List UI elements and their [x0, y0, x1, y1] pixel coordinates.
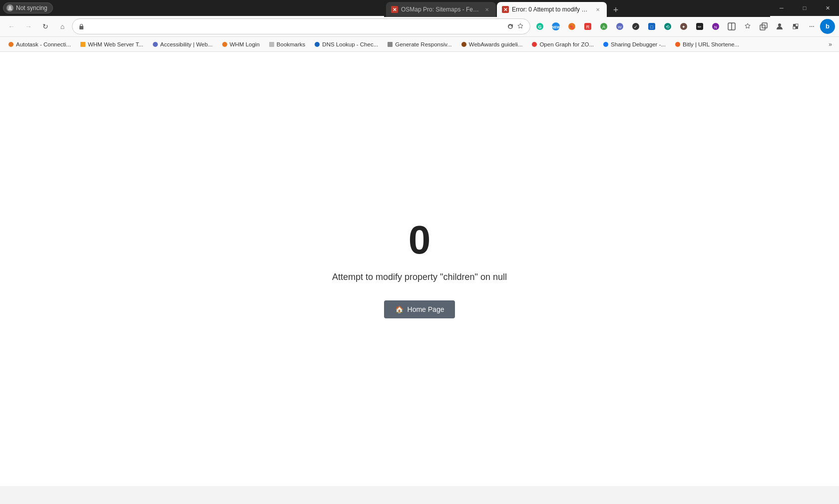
svg-point-39: [8, 42, 13, 47]
bookmark-label-bookmarks: Bookmarks: [277, 41, 306, 47]
bookmarks-more-button[interactable]: »: [826, 40, 835, 49]
back-button[interactable]: ←: [4, 19, 19, 34]
star-collection-icon[interactable]: [740, 19, 755, 34]
bookmark-autotask[interactable]: Autotask - Connecti...: [4, 38, 75, 50]
collections-icon[interactable]: [756, 19, 771, 34]
bookmark-favicon-whm-login: [222, 41, 228, 47]
error-code: 0: [409, 220, 431, 260]
bookmark-favicon-autotask: [8, 41, 14, 47]
tab-close-osmap[interactable]: ✕: [483, 5, 491, 13]
svg-text:✕: ✕: [503, 7, 507, 12]
refresh-button[interactable]: ↻: [38, 19, 53, 34]
bookmark-favicon-dns: [314, 41, 320, 47]
page-content: 0 Attempt to modify property "children" …: [0, 52, 839, 486]
profile-button[interactable]: Not syncing: [3, 2, 53, 13]
bookmark-sharing[interactable]: Sharing Debugger -...: [599, 38, 670, 50]
error-message: Attempt to modify property "children" on…: [332, 272, 507, 282]
svg-point-41: [153, 42, 158, 47]
bookmarks-bar: Autotask - Connecti... WHM Web Server T.…: [0, 37, 839, 52]
ext-icon-5[interactable]: ✓: [628, 19, 643, 34]
home-nav-button[interactable]: ⌂: [55, 19, 70, 34]
tab-close-error[interactable]: ✕: [594, 5, 602, 13]
bookmark-bookmarks[interactable]: Bookmarks: [265, 38, 310, 50]
bookmark-favicon-acc: [152, 41, 158, 47]
svg-point-42: [222, 42, 227, 47]
profile-toolbar-icon[interactable]: [772, 19, 787, 34]
ext-icon-7[interactable]: ⟲: [660, 19, 675, 34]
bookmark-favicon-whm: [80, 41, 86, 47]
bookmark-favicon-webawards: [461, 41, 467, 47]
tab-label-error: Error: 0 Attempt to modify prope...: [512, 6, 591, 13]
home-icon: 🏠: [395, 305, 404, 313]
svg-point-44: [315, 42, 320, 47]
maximize-button[interactable]: □: [793, 0, 816, 16]
toolbar: ← → ↻ ⌂ G NEW 🔖 R A W ✓: [0, 16, 839, 37]
title-bar: Not syncing ✕ OSMap Pro: Sitemaps - Fetc…: [0, 0, 839, 16]
svg-rect-45: [388, 42, 393, 47]
svg-point-48: [603, 42, 608, 47]
grammarly-icon[interactable]: G: [532, 19, 547, 34]
tab-favicon-error: ✕: [502, 6, 509, 13]
bookmark-favicon-bitly: [675, 41, 681, 47]
close-button[interactable]: ✕: [816, 0, 839, 16]
svg-text:N: N: [714, 25, 717, 29]
tab-label-osmap: OSMap Pro: Sitemaps - Fetching...: [401, 6, 480, 13]
svg-rect-36: [796, 26, 798, 29]
add-tab-button[interactable]: +: [609, 3, 623, 17]
forward-button[interactable]: →: [21, 19, 36, 34]
bookmark-whm-login[interactable]: WHM Login: [218, 38, 264, 50]
bookmark-acc[interactable]: Accessibility | Web...: [148, 38, 217, 50]
svg-point-34: [778, 23, 781, 26]
ext-icon-4[interactable]: W: [612, 19, 627, 34]
new-badge-icon[interactable]: NEW: [548, 19, 563, 34]
bookmark-whm[interactable]: WHM Web Server T...: [76, 38, 147, 50]
tab-osmap[interactable]: ✕ OSMap Pro: Sitemaps - Fetching... ✕: [386, 2, 496, 17]
svg-rect-37: [796, 24, 798, 26]
ext-icon-6[interactable]: □: [644, 19, 659, 34]
svg-rect-32: [760, 25, 765, 30]
address-bar[interactable]: [72, 18, 530, 34]
ext-icon-3[interactable]: A: [596, 19, 611, 34]
bookmark-favicon-opengraph: [531, 41, 537, 47]
tab-favicon-osmap: ✕: [391, 6, 398, 13]
bookmark-dns[interactable]: DNS Lookup - Chec...: [310, 38, 382, 50]
svg-rect-43: [269, 42, 274, 47]
bookmark-favicon-bookmarks: [269, 41, 275, 47]
address-input[interactable]: [87, 22, 504, 30]
ext-icon-1[interactable]: 🔖: [564, 19, 579, 34]
split-screen-icon[interactable]: [724, 19, 739, 34]
home-page-label: Home Page: [408, 305, 444, 313]
bookmark-responsive[interactable]: Generate Responsiv...: [383, 38, 456, 50]
bookmark-label-whm-login: WHM Login: [230, 41, 260, 47]
bookmark-label-whm: WHM Web Server T...: [88, 41, 143, 47]
svg-text:✏: ✏: [698, 24, 702, 29]
ext-icon-9[interactable]: N: [708, 19, 723, 34]
ext-icon-pencil[interactable]: ✏: [692, 19, 707, 34]
home-page-button[interactable]: 🏠 Home Page: [384, 300, 455, 318]
toolbar-icons: G NEW 🔖 R A W ✓ □ ⟲ ✦ ✏: [532, 19, 835, 34]
profile-icon: [6, 4, 13, 11]
tab-error[interactable]: ✕ Error: 0 Attempt to modify prope... ✕: [497, 2, 607, 17]
bookmark-label-dns: DNS Lookup - Chec...: [322, 41, 378, 47]
bookmark-webawards[interactable]: WebAwards guideli...: [457, 38, 527, 50]
extensions-icon[interactable]: [788, 19, 803, 34]
bookmark-label-acc: Accessibility | Web...: [160, 41, 213, 47]
svg-text:✦: ✦: [682, 24, 686, 29]
bookmark-label-webawards: WebAwards guideli...: [469, 41, 523, 47]
bookmark-opengraph[interactable]: Open Graph for ZO...: [527, 38, 598, 50]
bookmark-label-sharing: Sharing Debugger -...: [611, 41, 666, 47]
favorites-icon[interactable]: [517, 23, 524, 30]
bing-button[interactable]: b: [820, 19, 835, 34]
bookmark-bitly[interactable]: Bitly | URL Shortene...: [671, 38, 743, 50]
reload-icon: [507, 23, 514, 30]
svg-text:G: G: [538, 24, 541, 29]
bookmark-favicon-responsive: [387, 41, 393, 47]
svg-rect-40: [80, 42, 85, 47]
more-options-button[interactable]: ···: [804, 19, 819, 34]
ext-icon-2[interactable]: R: [580, 19, 595, 34]
svg-point-49: [675, 42, 680, 47]
ext-icon-8[interactable]: ✦: [676, 19, 691, 34]
minimize-button[interactable]: ─: [770, 0, 793, 16]
svg-rect-35: [793, 24, 796, 26]
title-bar-left: Not syncing: [0, 2, 384, 13]
